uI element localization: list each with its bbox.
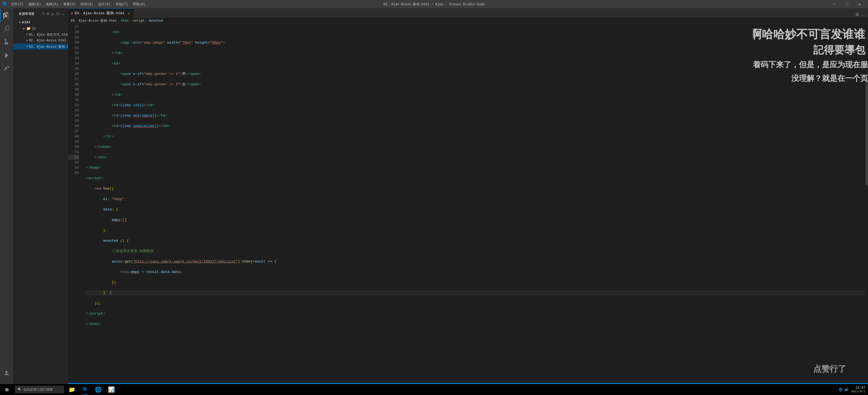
app-container: 资源管理器 + ⊡ ↻ ⬡ … ▼ AJAX ▶ 📁 js: [0, 8, 868, 395]
collapse-icon[interactable]: ⬡: [56, 11, 60, 17]
code-line-29: </td>: [86, 51, 868, 56]
taskbar-folder-icon: 📁: [68, 386, 75, 393]
code-line-34: <td>{{emp.job}}</td>: [86, 103, 868, 108]
taskbar-search[interactable]: 🔍 在此处键入进行搜索: [15, 386, 64, 393]
file-circle-icon3: ●: [26, 45, 28, 48]
taskbar-clock: 13:47 2021/9/1: [851, 386, 865, 393]
sidebar-title: 资源管理器: [19, 12, 34, 16]
tab-label: 03. Ajax-Axios-案例.html: [74, 11, 124, 16]
sidebar: 资源管理器 + ⊡ ↻ ⬡ … ▼ AJAX ▶ 📁 js: [13, 8, 68, 395]
code-line-27: <td>: [86, 30, 868, 35]
account-icon: [4, 370, 9, 376]
activity-explorer[interactable]: [0, 9, 13, 23]
taskbar-vscode-icon: 🛠: [82, 386, 88, 393]
code-editor[interactable]: <td> <img :src="emp.image" width="70px" …: [82, 24, 868, 383]
scrollbar-thumb: [866, 78, 868, 186]
breadcrumb-html[interactable]: html: [121, 19, 129, 23]
sidebar-item-file1[interactable]: ● 01. Ajax-原生方式.html: [13, 32, 68, 37]
sidebar-item-file2[interactable]: ● 02. Ajax-Axios.html: [13, 37, 68, 44]
taskbar-sound-icon: 🔊: [845, 388, 848, 391]
code-line-45: emps:[]: [86, 217, 868, 223]
taskbar-chrome[interactable]: 🌐: [92, 384, 105, 395]
tab-close-button[interactable]: ✕: [126, 11, 131, 16]
menu-view[interactable]: 查看(V): [61, 1, 78, 7]
taskbar-explorer[interactable]: 📁: [65, 384, 79, 395]
breadcrumb-mounted[interactable]: mounted: [149, 19, 163, 23]
tab-main-file[interactable]: ◈ 03. Ajax-Axios-案例.html ✕: [68, 8, 134, 18]
code-line-42: new Vue({: [86, 186, 868, 191]
sidebar-header: 资源管理器 + ⊡ ↻ ⬡ …: [13, 8, 68, 18]
taskbar-vscode[interactable]: 🛠: [79, 384, 92, 395]
breadcrumb: 03. Ajax-Axios-案例.html › html › script ›…: [68, 18, 868, 24]
line-numbers: 27 28 29 30 31 32 33 34 35 36 37 38 39 4…: [68, 24, 82, 383]
code-line-52: } |: [86, 290, 868, 295]
sidebar-section-ajax[interactable]: ▼ AJAX: [13, 20, 68, 26]
taskbar-search-label: 在此处键入进行搜索: [23, 387, 53, 392]
menu-run[interactable]: 运行(R): [96, 1, 113, 7]
taskbar-ppt-icon: 📊: [108, 386, 115, 393]
taskbar-date: 2021/9/1: [851, 390, 865, 393]
code-line-39: </div>: [86, 155, 868, 160]
taskbar-start[interactable]: ⊞: [0, 384, 14, 395]
menu-goto[interactable]: 转到(G): [79, 1, 95, 7]
code-line-53: });: [86, 301, 868, 306]
code-line-37: </tr>: [86, 134, 868, 139]
activity-source-control[interactable]: [0, 36, 13, 49]
section-arrow: ▼: [18, 21, 22, 24]
titlebar-left: 🛠 文件(F) 编辑(E) 选择(S) 查看(V) 转到(G) 运行(R) 终端…: [2, 1, 148, 7]
more-actions-icon[interactable]: …: [61, 11, 65, 17]
code-line-36: <td>{{emp.updatetime}}</td>: [86, 123, 868, 129]
new-file-icon[interactable]: +: [42, 11, 45, 17]
close-button[interactable]: ✕: [853, 0, 866, 8]
refresh-icon[interactable]: ↻: [51, 11, 55, 17]
taskbar-search-icon: 🔍: [18, 388, 22, 392]
file1-label: 01. Ajax-原生方式.html: [29, 32, 68, 37]
search-icon: [3, 26, 10, 32]
menu-help[interactable]: 帮助(H): [131, 1, 148, 7]
breadcrumb-script[interactable]: script: [133, 19, 145, 23]
taskbar-powerpoint[interactable]: 📊: [105, 384, 118, 395]
sidebar-item-file3[interactable]: ● 03. Ajax-Axios-案例.html: [13, 44, 68, 50]
menu-terminal[interactable]: 终端(T): [114, 1, 130, 7]
tab-actions: ⧉ …: [855, 11, 868, 18]
activity-search[interactable]: [0, 23, 13, 36]
code-line-38: </table>: [86, 144, 868, 149]
split-editor-icon[interactable]: ⧉: [855, 11, 860, 18]
sidebar-tree: ▼ AJAX ▶ 📁 js ● 01. Ajax-原生方式.html: [13, 18, 68, 395]
explorer-icon: [3, 12, 10, 19]
js-folder-icon: 📁: [26, 26, 31, 31]
taskbar-apps: 📁 🛠 🌐 📊: [65, 384, 839, 395]
vscode-icon: 🛠: [2, 1, 7, 7]
tab-bar: ◈ 03. Ajax-Axios-案例.html ✕ ⧉ …: [68, 8, 868, 18]
js-arrow: ▶: [22, 27, 26, 30]
sidebar-header-icons: + ⊡ ↻ ⬡ …: [42, 11, 65, 17]
activity-run[interactable]: [0, 49, 13, 62]
maximize-button[interactable]: □: [841, 0, 853, 8]
menu-select[interactable]: 选择(S): [43, 1, 61, 7]
vertical-scrollbar[interactable]: [865, 24, 868, 383]
code-line-28: <img :src="emp.image" width="70px" heigh…: [86, 40, 868, 45]
new-folder-icon[interactable]: ⊡: [46, 11, 50, 17]
menu-file[interactable]: 文件(F): [9, 1, 26, 7]
code-line-47: mounted () {: [86, 238, 868, 243]
code-line-46: },: [86, 228, 868, 233]
more-actions-tab-icon[interactable]: …: [861, 12, 866, 18]
breadcrumb-file[interactable]: 03. Ajax-Axios-案例.html: [71, 18, 117, 23]
minimize-button[interactable]: ─: [828, 0, 841, 8]
sidebar-item-js[interactable]: ▶ 📁 js: [13, 26, 68, 32]
taskbar-time: 13:47: [851, 386, 865, 390]
breadcrumb-sep2: ›: [130, 19, 132, 23]
code-line-31: <span v-if="emp.gender == 1">男</span>: [86, 71, 868, 77]
tab-icon: ◈: [71, 11, 73, 16]
taskbar-chrome-icon: 🌐: [95, 386, 102, 393]
code-line-54: </script>: [86, 311, 868, 316]
activity-account[interactable]: [0, 366, 13, 379]
code-line-48: //发送异步请求,加载数据: [86, 249, 868, 254]
code-line-49: axios.get("http://yapi.smart-xwork.cn/mo…: [86, 259, 868, 264]
content-area: ◈ 03. Ajax-Axios-案例.html ✕ ⧉ … 03. Ajax-…: [68, 8, 868, 395]
file-circle-icon1: ●: [26, 33, 28, 36]
code-line-40: </body>: [86, 165, 868, 170]
activity-extensions[interactable]: [0, 62, 13, 75]
menu-edit[interactable]: 编辑(E): [26, 1, 43, 7]
breadcrumb-sep1: ›: [118, 19, 120, 23]
